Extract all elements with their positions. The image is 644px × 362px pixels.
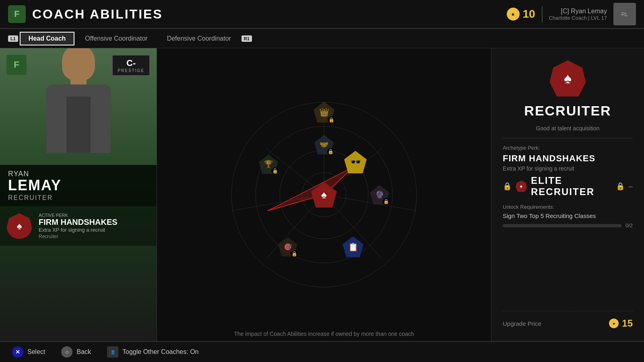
ability-node-recruiter[interactable]: ♠ <box>311 182 337 208</box>
coins-amount: 10 <box>523 8 535 21</box>
coach-info: [C] Ryan Lemay Charlotte Coach | LVL 17 <box>549 8 607 21</box>
o-button: ○ <box>61 346 72 358</box>
lock-icon-left: 🔒 <box>503 182 512 191</box>
web-footer-text: The impact of Coach Abilities increase i… <box>157 327 491 341</box>
ability-node-top-inner[interactable]: 🤝 🔒 <box>314 135 334 154</box>
elite-icon: ♠ <box>516 181 527 192</box>
ability-node-bottom-left[interactable]: 🎯 🔒 <box>278 237 297 257</box>
app-logo: F <box>8 5 26 23</box>
archetype-perk-name: FIRM HANDSHAKES <box>503 153 633 164</box>
divider <box>542 6 543 22</box>
unlock-req-label: Unlock Requirements: <box>503 204 633 210</box>
right-bottom-divider <box>503 311 633 311</box>
select-action[interactable]: ✕ Select <box>12 346 45 358</box>
progress-text: 0/2 <box>625 222 633 228</box>
elite-recruiter-name: ELITE RECRUITER <box>531 175 612 197</box>
upgrade-price-number: 15 <box>622 318 633 329</box>
right-divider <box>503 138 633 138</box>
right-panel: ♠ RECRUITER Good at talent acquisition A… <box>491 48 644 341</box>
header-right: ● 10 [C] Ryan Lemay Charlotte Coach | LV… <box>507 3 636 25</box>
active-perk-label: Active Perk <box>39 213 150 218</box>
ability-node-yellow[interactable]: 🕶️ <box>344 151 367 173</box>
upgrade-price-value: ● 15 <box>609 318 633 329</box>
active-perk-section: ♠ Active Perk FIRM HANDSHAKES Extra XP f… <box>0 206 157 246</box>
toggle-button-icon: 👤 <box>107 346 118 358</box>
team-logo-small: F <box>6 55 27 75</box>
x-button: ✕ <box>12 346 23 358</box>
ability-node-bottom-right[interactable]: 📋 <box>343 237 363 257</box>
tab-indicator-r1: R1 <box>242 35 252 42</box>
coach-last-name: LEMAY <box>8 178 149 193</box>
coach-portrait: F C- PRESTIGE <box>0 48 157 165</box>
coach-details-header: Charlotte Coach | LVL 17 <box>549 15 607 21</box>
upgrade-price-row: Upgrade Price ● 15 <box>503 318 633 329</box>
main-content: F C- PRESTIGE RYAN LEMAY RECRUITER <box>0 48 644 341</box>
ability-node-left-mid[interactable]: 🏆 🔒 <box>259 154 278 174</box>
active-perk-info: Active Perk FIRM HANDSHAKES Extra XP for… <box>39 213 150 239</box>
ability-node-right-mid[interactable]: 🔮 🔒 <box>370 185 389 204</box>
archetype-perk-desc: Extra XP for signing a recruit <box>503 165 633 172</box>
unlock-req-text: Sign Two Top 5 Recruiting Classes <box>503 212 633 219</box>
toggle-action[interactable]: 👤 Toggle Other Coaches: On <box>107 346 198 358</box>
coach-role: RECRUITER <box>8 194 149 202</box>
lock-icon-right: 🔒 <box>616 182 625 191</box>
tab-bar: L1 Head Coach Offensive Coordinator Defe… <box>0 29 644 48</box>
active-perk-name: FIRM HANDSHAKES <box>39 218 150 227</box>
logo-letter: F <box>14 9 19 19</box>
ability-name: RECRUITER <box>503 103 633 119</box>
select-label: Select <box>27 348 45 356</box>
page-title: COACH ABILITIES <box>32 7 163 22</box>
coach-name-header: [C] Ryan Lemay <box>549 8 607 15</box>
prestige-badge: C- PRESTIGE <box>112 55 150 76</box>
right-spacer <box>503 235 633 304</box>
coach-name-section: RYAN LEMAY RECRUITER <box>0 165 157 206</box>
perk-type-label: Recruiter <box>39 234 150 239</box>
left-panel: F C- PRESTIGE RYAN LEMAY RECRUITER <box>0 48 157 341</box>
coins-display: ● 10 <box>507 8 535 21</box>
tab-head-coach[interactable]: Head Coach <box>20 32 74 45</box>
tab-defensive-coordinator[interactable]: Defensive Coordinator <box>158 32 240 45</box>
unlock-requirements-section: Unlock Requirements: Sign Two Top 5 Recr… <box>503 204 633 228</box>
progress-bar-container: 0/2 <box>503 222 633 228</box>
elite-dash: – <box>629 182 633 191</box>
toggle-label: Toggle Other Coaches: On <box>122 348 198 356</box>
ability-description: Good at talent acquisition <box>503 125 633 132</box>
archetype-label: Archetype Perk: <box>503 145 633 151</box>
abilities-web: ♠ 👑 🔒 🤝 🔒 🏆 🔒 🔮 🔒 <box>203 86 445 303</box>
coin-icon: ● <box>507 8 520 21</box>
bottom-bar: ✕ Select ○ Back 👤 Toggle Other Coaches: … <box>0 341 644 362</box>
header-bar: F COACH ABILITIES ● 10 [C] Ryan Lemay Ch… <box>0 0 644 29</box>
prestige-grade: C- <box>118 58 144 68</box>
ability-icon-large: ♠ <box>550 60 586 97</box>
ability-node-top[interactable]: 👑 🔒 <box>314 102 334 123</box>
active-perk-icon: ♠ <box>6 213 32 239</box>
prestige-label: PRESTIGE <box>118 68 144 73</box>
active-perk-description: Extra XP for signing a recruit <box>39 227 150 233</box>
upgrade-price-label: Upgrade Price <box>503 320 541 327</box>
elite-recruiter-row: 🔒 ♠ ELITE RECRUITER 🔒 – <box>503 175 633 197</box>
upgrade-coin-icon: ● <box>609 319 619 328</box>
progress-bar-background <box>503 224 621 227</box>
back-action[interactable]: ○ Back <box>61 346 91 358</box>
archetype-perk-section: Archetype Perk: FIRM HANDSHAKES Extra XP… <box>503 145 633 197</box>
tab-offensive-coordinator[interactable]: Offensive Coordinator <box>76 32 156 45</box>
tab-indicator-l1: L1 <box>8 35 18 42</box>
coach-avatar: RL <box>613 3 636 25</box>
back-label: Back <box>76 348 91 356</box>
center-panel: ♠ 👑 🔒 🤝 🔒 🏆 🔒 🔮 🔒 <box>157 48 491 341</box>
